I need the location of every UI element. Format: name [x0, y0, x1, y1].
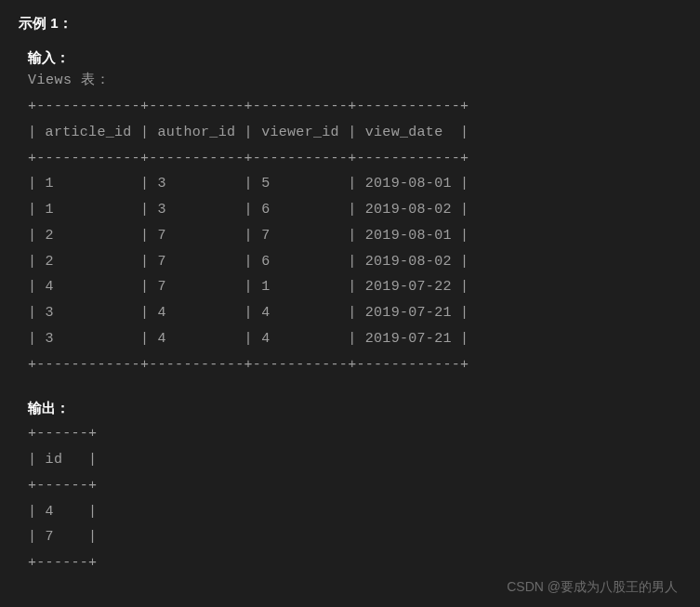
- input-label: 输入：: [28, 49, 681, 67]
- output-label: 输出：: [28, 400, 681, 417]
- output-table: +------+ | id | +------+ | 4 | | 7 | +--…: [28, 421, 681, 576]
- example-title: 示例 1：: [19, 15, 681, 33]
- watermark: CSDN @要成为八股王的男人: [507, 579, 678, 596]
- views-table: +------------+-----------+-----------+--…: [28, 94, 681, 377]
- views-table-label: Views 表：: [28, 71, 681, 88]
